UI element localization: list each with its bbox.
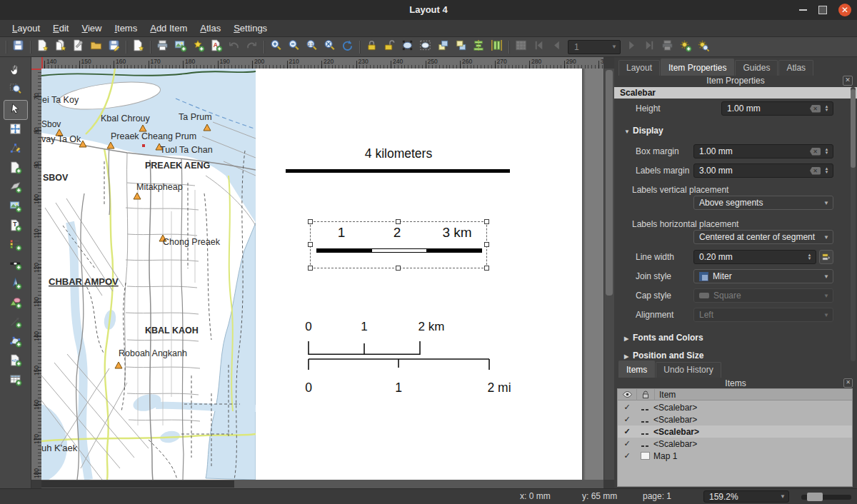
lock-column-lock-icon[interactable]	[637, 389, 655, 400]
export-svg-button[interactable]	[189, 39, 207, 56]
spinner-arrows-icon[interactable]: ▲▼	[805, 253, 814, 261]
zoom-in-button[interactable]	[267, 39, 285, 56]
position-size-section-header[interactable]: ▶Position and Size	[624, 351, 703, 361]
new-report-button[interactable]	[129, 39, 147, 56]
zoom-full-button[interactable]	[321, 39, 339, 56]
tab-undo-history[interactable]: Undo History	[656, 362, 721, 378]
scalebar-numeric-title[interactable]: 4 kilometers	[365, 146, 432, 161]
box-margin-spinbox[interactable]: 1.00 mm ✕ ▲▼	[693, 144, 833, 158]
atlas-last-button[interactable]	[641, 39, 658, 56]
zoom-slider[interactable]	[801, 495, 851, 500]
lock-items-button[interactable]	[363, 39, 381, 56]
scrollbar-handle[interactable]	[41, 480, 234, 488]
atlas-print-button[interactable]	[658, 39, 676, 56]
cap-style-combo[interactable]: Square▼	[693, 288, 833, 303]
fonts-colors-section-header[interactable]: ▶Fonts and Colors	[624, 333, 703, 343]
add-north-arrow-button[interactable]	[4, 275, 27, 293]
line-width-spinbox[interactable]: 0.20 mm ▲▼	[693, 250, 816, 264]
tab-layout[interactable]: Layout	[618, 60, 660, 76]
zoom-slider-handle[interactable]	[807, 493, 823, 501]
menu-edit[interactable]: Edit	[46, 20, 75, 37]
open-layout-button[interactable]	[87, 39, 105, 56]
menu-items[interactable]: Items	[108, 20, 144, 37]
visibility-checkbox[interactable]: ✓	[618, 439, 636, 448]
resize-handle[interactable]	[484, 266, 489, 271]
height-spinbox[interactable]: 1.00 mm ✕ ▲▼	[721, 101, 833, 116]
labels-horizontal-combo[interactable]: Centered at center of segment▼	[693, 230, 833, 244]
spinner-arrows-icon[interactable]: ▲▼	[822, 148, 831, 155]
edit-nodes-item-button[interactable]	[4, 140, 27, 158]
atlas-feature-combo[interactable]: 1▼	[568, 40, 621, 54]
clear-icon[interactable]: ✕	[810, 167, 821, 175]
clear-icon[interactable]: ✕	[810, 105, 821, 113]
unlock-items-button[interactable]	[381, 39, 399, 56]
menu-layout[interactable]: Layout	[6, 20, 46, 37]
canvas-horizontal-scrollbar[interactable]	[41, 480, 603, 488]
items-row[interactable]: ✓Map 1	[618, 450, 852, 462]
atlas-preview-button[interactable]	[512, 39, 530, 56]
atlas-prev-button[interactable]	[548, 39, 566, 56]
layout-canvas[interactable]: dei Ta KoySbovvay Ta OkKbal ChrouyTa Pru…	[41, 69, 603, 480]
menu-settings[interactable]: Settings	[227, 20, 274, 37]
items-panel-close-icon[interactable]: ✕	[843, 378, 853, 388]
new-layout-button[interactable]	[34, 39, 51, 56]
resize-handle[interactable]	[308, 219, 313, 224]
add-html-button[interactable]: </>	[4, 352, 27, 371]
add-3d-map-button[interactable]	[4, 178, 27, 197]
items-row[interactable]: ✓<Scalebar>	[618, 425, 852, 438]
canvas-vertical-scrollbar[interactable]	[603, 69, 614, 480]
add-arrow-button[interactable]	[4, 313, 27, 332]
raise-items-button[interactable]	[434, 39, 452, 56]
select-all-button[interactable]	[399, 39, 416, 56]
zoom-tool-button[interactable]	[4, 81, 27, 99]
display-section-header[interactable]: ▼Display	[624, 126, 663, 136]
visibility-checkbox[interactable]: ✓	[618, 415, 636, 424]
visibility-checkbox[interactable]: ✓	[618, 403, 636, 412]
resize-handle[interactable]	[396, 219, 401, 224]
scalebar-numeric-bar[interactable]	[286, 169, 510, 173]
visibility-checkbox[interactable]: ✓	[618, 427, 636, 436]
atlas-export-button[interactable]	[676, 39, 694, 56]
add-label-button[interactable]: T	[4, 217, 27, 236]
export-pdf-button[interactable]: A	[207, 39, 225, 56]
menu-view[interactable]: View	[75, 20, 108, 37]
layout-manager-button[interactable]	[69, 39, 87, 56]
add-node-item-button[interactable]	[4, 333, 27, 351]
join-style-combo[interactable]: Miter▼	[693, 269, 833, 283]
alignment-combo[interactable]: Left▼	[693, 308, 833, 322]
distribute-items-button[interactable]	[488, 39, 506, 56]
zoom-out-button[interactable]	[285, 39, 303, 56]
scrollbar-handle[interactable]	[851, 89, 856, 168]
undo-button[interactable]	[225, 39, 243, 56]
tab-atlas[interactable]: Atlas	[778, 60, 813, 76]
menu-add-item[interactable]: Add Item	[144, 20, 194, 37]
duplicate-layout-button[interactable]	[51, 39, 69, 56]
add-attribute-table-button[interactable]	[4, 371, 27, 390]
zoom-level-combo[interactable]: 159.2%▼	[703, 490, 789, 503]
add-page-button[interactable]	[4, 159, 27, 178]
spinner-arrows-icon[interactable]: ▲▼	[822, 105, 831, 112]
atlas-first-button[interactable]	[530, 39, 548, 56]
clear-icon[interactable]: ✕	[810, 148, 821, 156]
resize-handle[interactable]	[308, 266, 313, 271]
items-row[interactable]: ✓<Scalebar>	[618, 438, 852, 450]
move-item-content-button[interactable]	[4, 121, 27, 139]
items-row[interactable]: ✓<Scalebar>	[618, 413, 852, 425]
deselect-all-button[interactable]	[416, 39, 434, 56]
panel-scrollbar[interactable]	[851, 87, 856, 361]
map-item[interactable]: dei Ta KoySbovvay Ta OkKbal ChrouyTa Pru…	[41, 69, 256, 480]
items-row[interactable]: ✓<Scalebar>	[618, 401, 852, 413]
tab-items[interactable]: Items	[618, 361, 655, 378]
add-shape-button[interactable]	[4, 294, 27, 313]
resize-handle[interactable]	[396, 266, 401, 271]
spinner-arrows-icon[interactable]: ▲▼	[822, 167, 831, 174]
add-legend-button[interactable]	[4, 236, 27, 255]
labels-vertical-combo[interactable]: Above segments▼	[693, 196, 833, 210]
visibility-checkbox[interactable]: ✓	[618, 451, 636, 460]
pan-tool-button[interactable]	[4, 61, 27, 80]
visibility-column-eye-icon[interactable]	[618, 389, 637, 400]
tab-guides[interactable]: Guides	[735, 60, 778, 76]
add-image-button[interactable]	[4, 198, 27, 216]
lower-items-button[interactable]	[452, 39, 470, 56]
minimize-icon[interactable]	[799, 9, 807, 11]
